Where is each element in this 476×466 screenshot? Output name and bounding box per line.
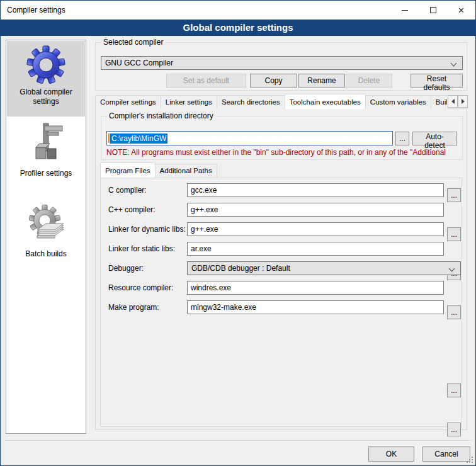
settings-tabs: Compiler settings Linker settings Search…: [95, 94, 447, 109]
tab-scroll-buttons: [448, 95, 468, 108]
footer-divider: [6, 440, 472, 441]
linker-dynamic-input[interactable]: [187, 222, 444, 236]
arrow-left-icon: [451, 99, 455, 104]
settings-category-list: Global compiler settings Profiler settin…: [6, 40, 86, 434]
sidebar-item-label: Profiler settings: [20, 169, 72, 178]
close-button[interactable]: ✕: [447, 1, 475, 20]
resource-compiler-browse-button[interactable]: ...: [447, 384, 461, 397]
compiler-actions: Set as default Copy Rename Delete Reset …: [96, 74, 468, 88]
field-row-make-program: Make program: ...: [101, 300, 463, 315]
sidebar-item-label: Global compiler settings: [7, 88, 85, 106]
close-icon: ✕: [458, 6, 465, 14]
make-program-input[interactable]: [187, 300, 444, 314]
chevron-down-icon: [451, 60, 457, 67]
minimize-icon: [402, 10, 408, 11]
text-caret: [108, 134, 110, 143]
resize-grip[interactable]: [467, 457, 473, 463]
browse-directory-button[interactable]: ...: [395, 132, 409, 145]
cancel-button[interactable]: Cancel: [422, 446, 470, 462]
minimize-button[interactable]: [390, 1, 419, 20]
selected-compiler-group: Selected compiler GNU GCC Compiler Set a…: [95, 42, 467, 91]
tab-build-options[interactable]: Build options: [431, 95, 447, 109]
auto-detect-button[interactable]: Auto-detect: [412, 132, 457, 145]
tab-scroll-right-button[interactable]: [458, 95, 468, 108]
page-title: Global compiler settings: [1, 20, 475, 36]
sidebar-item-label: Batch builds: [25, 249, 66, 259]
ok-button[interactable]: OK: [368, 446, 414, 462]
c-compiler-label: C compiler:: [108, 186, 147, 195]
tab-custom-variables[interactable]: Custom variables: [365, 95, 431, 109]
titlebar: Compiler settings ✕: [1, 1, 475, 20]
field-row-cpp-compiler: C++ compiler: ...: [101, 203, 463, 217]
debugger-select[interactable]: GDB/CDB debugger : Default: [187, 261, 461, 275]
maximize-button[interactable]: [419, 1, 447, 20]
tab-linker-settings[interactable]: Linker settings: [161, 95, 217, 109]
tab-compiler-settings[interactable]: Compiler settings: [95, 95, 161, 109]
delete-button[interactable]: Delete: [346, 74, 392, 88]
arrow-right-icon: [462, 99, 465, 104]
copy-button[interactable]: Copy: [250, 74, 297, 88]
c-compiler-browse-button[interactable]: ...: [447, 188, 461, 202]
debugger-select-value: GDB/CDB debugger : Default: [191, 264, 290, 273]
compiler-select-value: GNU GCC Compiler: [105, 59, 173, 67]
program-tabs: Program Files Additional Paths: [100, 163, 217, 178]
gray-gear-stack-icon: [26, 203, 66, 247]
rename-button[interactable]: Rename: [298, 74, 345, 88]
installation-directory-value: C:\raylib\MinGW: [110, 134, 167, 144]
linker-dynamic-label: Linker for dynamic libs:: [108, 225, 186, 234]
caliper-icon: [26, 122, 66, 166]
selected-compiler-group-label: Selected compiler: [101, 38, 166, 47]
cpp-compiler-input[interactable]: [187, 203, 444, 217]
installation-directory-group-label: Compiler's installation directory: [106, 111, 216, 120]
window-title: Compiler settings: [7, 6, 65, 14]
tab-program-files[interactable]: Program Files: [100, 162, 156, 178]
sidebar-item-global-compiler-settings[interactable]: Global compiler settings: [7, 41, 85, 116]
installation-directory-group: Compiler's installation directory C:\ray…: [101, 116, 463, 160]
chevron-down-icon: [449, 266, 455, 272]
debugger-label: Debugger:: [108, 264, 144, 273]
tab-additional-paths[interactable]: Additional Paths: [155, 164, 217, 178]
program-files-panel: C compiler: ... C++ compiler: ... Linker…: [100, 178, 462, 427]
make-program-label: Make program:: [108, 303, 159, 312]
field-row-resource-compiler: Resource compiler: ...: [101, 281, 463, 295]
maximize-icon: [430, 7, 436, 13]
blue-gear-icon: [26, 45, 66, 85]
installation-directory-input[interactable]: C:\raylib\MinGW: [106, 131, 393, 145]
cpp-compiler-label: C++ compiler:: [108, 205, 156, 214]
tab-search-directories[interactable]: Search directories: [217, 95, 285, 109]
resource-compiler-input[interactable]: [187, 281, 444, 295]
make-program-browse-button[interactable]: ...: [447, 423, 461, 436]
field-row-c-compiler: C compiler: ...: [101, 183, 463, 198]
resource-compiler-label: Resource compiler:: [108, 283, 173, 292]
reset-defaults-button[interactable]: Reset defaults: [411, 74, 463, 88]
sidebar-item-profiler-settings[interactable]: Profiler settings: [7, 120, 85, 190]
linker-static-input[interactable]: [187, 242, 444, 256]
field-row-debugger: Debugger: GDB/CDB debugger : Default: [101, 261, 463, 276]
tab-scroll-left-button[interactable]: [448, 95, 458, 108]
field-row-linker-static: Linker for static libs: ...: [101, 242, 463, 256]
bin-subdirectory-note: NOTE: All programs must exist either in …: [106, 148, 467, 157]
tab-toolchain-executables[interactable]: Toolchain executables: [285, 94, 366, 109]
c-compiler-input[interactable]: [187, 183, 444, 197]
linker-static-label: Linker for static libs:: [108, 244, 175, 253]
field-row-linker-dynamic: Linker for dynamic libs: ...: [101, 222, 463, 237]
compiler-select[interactable]: GNU GCC Compiler: [101, 56, 463, 70]
sidebar-item-batch-builds[interactable]: Batch builds: [7, 199, 85, 270]
set-as-default-button[interactable]: Set as default: [166, 74, 246, 88]
